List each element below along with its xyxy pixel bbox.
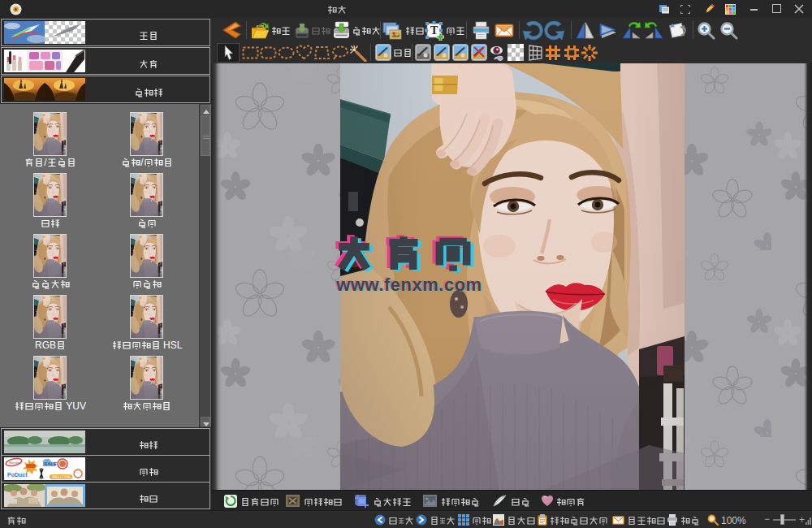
svg-text:Member: Member xyxy=(9,461,21,465)
svg-text:PoDuct: PoDuct xyxy=(7,472,28,478)
svg-text:T: T xyxy=(430,24,438,37)
svg-text:WELCOME: WELCOME xyxy=(52,475,71,479)
svg-text:SALE: SALE xyxy=(44,461,58,466)
